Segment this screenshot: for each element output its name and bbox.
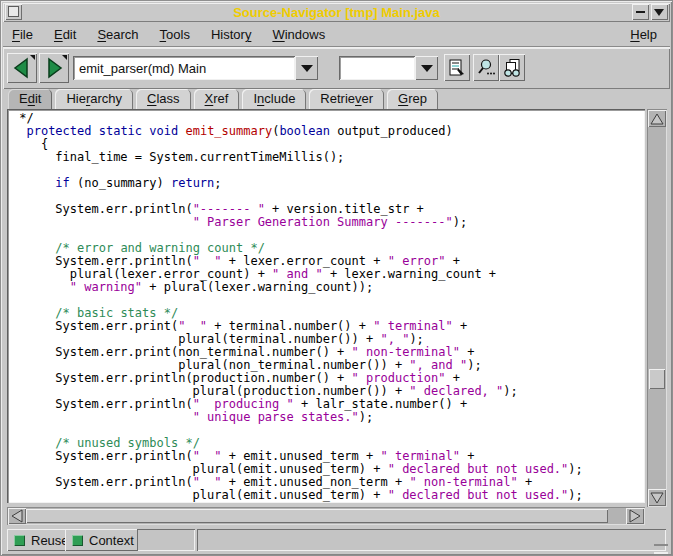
editor-icon [447, 58, 467, 78]
tab-bar: EditHierarchyClassXrefIncludeRetrieverGr… [3, 89, 670, 109]
search-combo-input[interactable] [339, 56, 415, 80]
menu-tools[interactable]: Tools [151, 25, 199, 44]
tab-retriever[interactable]: Retriever [309, 89, 384, 109]
code-line: " Parser Generation Summary -------"); [12, 216, 645, 229]
context-indicator-icon [72, 535, 83, 546]
vertical-scrollbar[interactable] [647, 109, 667, 507]
menu-history[interactable]: History [202, 25, 260, 44]
maximize-button[interactable] [651, 4, 668, 20]
toolbar [3, 48, 670, 89]
retriever-icon [502, 58, 522, 78]
context-label: Context [89, 533, 134, 548]
code-line: protected static void emit_summary(boole… [12, 125, 645, 138]
menu-items: FileEditSearchToolsHistoryWindows [3, 25, 337, 44]
scroll-down-button[interactable] [648, 489, 666, 506]
scroll-left-button[interactable] [8, 508, 26, 524]
search-combo-dropdown-button[interactable] [415, 56, 438, 80]
status-bar: Reuse Context [3, 529, 670, 552]
code-line: final_time = System.currentTimeMillis(); [12, 151, 645, 164]
editor-view[interactable]: */ protected static void emit_summary(bo… [7, 109, 645, 503]
scroll-right-icon [629, 509, 641, 523]
back-button[interactable] [7, 53, 37, 83]
horizontal-scrollbar[interactable] [7, 507, 645, 525]
menu-search[interactable]: Search [88, 25, 147, 44]
retriever-button[interactable] [499, 54, 525, 81]
tab-class[interactable]: Class [136, 89, 191, 109]
context-toggle-button[interactable]: Context [65, 529, 141, 551]
tab-hierarchy[interactable]: Hierarchy [55, 89, 133, 109]
app-window: Source-Navigator [tmp] Main.java FileEdi… [0, 0, 673, 556]
symbol-combo-dropdown-button[interactable] [295, 56, 318, 80]
code-area: */ protected static void emit_summary(bo… [7, 109, 645, 502]
back-history-dropdown-icon [30, 55, 35, 60]
menu-file[interactable]: File [3, 25, 42, 44]
tab-xref[interactable]: Xref [194, 89, 240, 109]
horizontal-scroll-thumb[interactable] [26, 509, 608, 523]
menu-windows[interactable]: Windows [263, 25, 334, 44]
scroll-left-icon [11, 509, 23, 523]
dropdown-arrow-icon [421, 65, 433, 72]
scroll-down-icon [650, 492, 664, 504]
status-panel-large [197, 529, 666, 551]
code-line: " unique parse states."); [12, 411, 645, 424]
scroll-right-button[interactable] [626, 508, 644, 524]
maximize-icon [654, 9, 664, 16]
vertical-scroll-thumb[interactable] [649, 369, 665, 389]
tab-grep[interactable]: Grep [387, 89, 438, 109]
tab-edit[interactable]: Edit [8, 89, 52, 109]
forward-history-dropdown-icon [62, 55, 67, 60]
forward-button[interactable] [39, 53, 69, 83]
code-line: plural(emit.unused_term) + " declared bu… [12, 489, 645, 502]
minimize-icon [636, 11, 645, 13]
reuse-label: Reuse [31, 533, 69, 548]
menu-bar: FileEditSearchToolsHistoryWindows Help [3, 23, 670, 46]
scroll-up-button[interactable] [648, 110, 666, 127]
scroll-up-icon [650, 113, 664, 125]
title-bar[interactable]: Source-Navigator [tmp] Main.java [3, 3, 670, 22]
resize-grip[interactable] [654, 544, 668, 554]
window-title: Source-Navigator [tmp] Main.java [3, 5, 670, 20]
status-panel-small [137, 529, 195, 551]
dropdown-arrow-icon [301, 65, 313, 72]
editor-button[interactable] [444, 54, 470, 81]
reuse-indicator-icon [14, 535, 25, 546]
menu-help[interactable]: Help [620, 25, 667, 44]
code-line: " warning" + plural(lexer.warning_count)… [12, 281, 645, 294]
menu-edit[interactable]: Edit [45, 25, 85, 44]
tab-include[interactable]: Include [242, 89, 306, 109]
search-icon [476, 58, 496, 78]
minimize-button[interactable] [632, 4, 649, 20]
code-line: if (no_summary) return; [12, 177, 645, 190]
symbol-combo-input[interactable] [73, 56, 295, 80]
search-button[interactable] [473, 54, 499, 81]
